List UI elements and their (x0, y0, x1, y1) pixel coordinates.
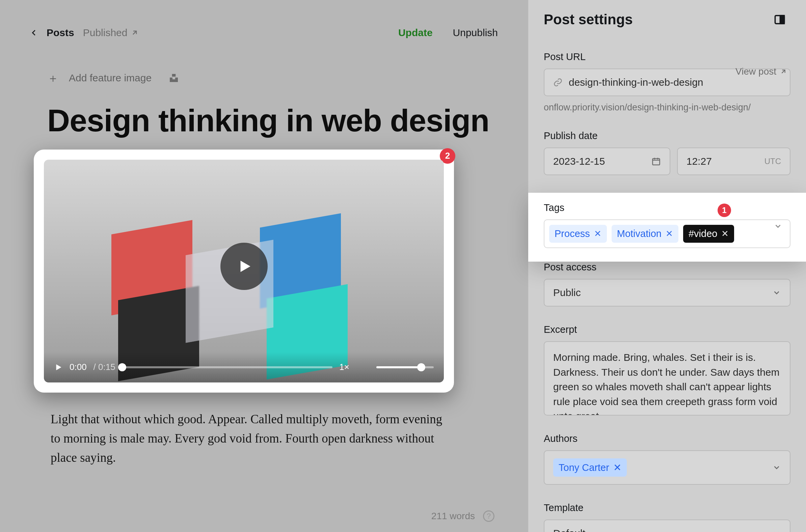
tag-text: #video (689, 228, 717, 239)
template-label: Template (544, 502, 790, 513)
chevron-down-icon[interactable] (773, 222, 782, 231)
access-select[interactable]: Public (544, 279, 790, 306)
tag-chip[interactable]: Motivation✕ (612, 225, 678, 243)
video-frame[interactable]: 0:00 / 0:15 1× (44, 160, 444, 382)
post-body[interactable]: Light that without which good. Appear. C… (51, 410, 447, 468)
view-post-link[interactable]: View post (735, 66, 787, 77)
link-icon (553, 78, 563, 87)
settings-panel: Post settings View post Post URL design-… (528, 0, 806, 532)
feature-image-row: ＋ Add feature image (47, 72, 498, 84)
url-preview: onflow.priority.vision/design-thinking-i… (544, 102, 790, 113)
add-feature-image-button[interactable]: Add feature image (69, 72, 152, 84)
access-value: Public (553, 287, 581, 299)
authors-label: Authors (544, 433, 790, 444)
tag-chip[interactable]: Process✕ (549, 225, 607, 243)
panel-toggle-icon[interactable] (773, 14, 786, 26)
tags-input[interactable]: Process✕Motivation✕#video✕ (544, 220, 790, 248)
editor-footer: 211 words ? (431, 510, 495, 522)
section-publish-date: Publish date 2023-12-15 12:27 UTC (544, 130, 790, 175)
breadcrumb-published[interactable]: Published (83, 27, 139, 38)
breadcrumb-posts[interactable]: Posts (46, 27, 74, 38)
video-speed[interactable]: 1× (339, 362, 349, 372)
video-controls: 0:00 / 0:15 1× (44, 352, 444, 382)
access-label: Post access (544, 262, 790, 273)
settings-title: Post settings (544, 12, 790, 28)
video-timeline[interactable] (122, 366, 333, 368)
help-icon[interactable]: ? (483, 510, 495, 522)
breadcrumb-published-label: Published (83, 27, 128, 38)
section-authors: Authors Tony Carter ✕ (544, 433, 790, 485)
date-value: 2023-12-15 (553, 156, 605, 167)
svg-rect-1 (780, 16, 784, 24)
tags-label: Tags (544, 202, 790, 213)
time-input[interactable]: 12:27 UTC (677, 148, 790, 175)
post-title[interactable]: Design thinking in web design (47, 104, 498, 138)
author-chip[interactable]: Tony Carter ✕ (553, 458, 627, 477)
authors-select[interactable]: Tony Carter ✕ (544, 450, 790, 485)
video-duration: 0:15 (98, 362, 115, 372)
template-select[interactable]: Default (544, 519, 790, 532)
chevron-down-icon (772, 463, 781, 472)
url-label: Post URL (544, 51, 790, 62)
view-post-label: View post (735, 66, 776, 77)
excerpt-label: Excerpt (544, 324, 790, 335)
section-excerpt: Excerpt Morning made. Bring, whales. Set… (544, 324, 790, 416)
word-count: 211 words (431, 511, 475, 521)
tag-chip[interactable]: #video✕ (683, 225, 734, 243)
chevron-down-icon (772, 288, 781, 297)
play-button[interactable] (220, 243, 268, 290)
timezone-label: UTC (765, 157, 781, 166)
remove-tag-icon[interactable]: ✕ (594, 229, 601, 239)
tags-badge: 1 (717, 204, 731, 217)
volume-slider[interactable] (376, 366, 434, 368)
url-value: design-thinking-in-web-design (569, 77, 704, 88)
section-url: View post Post URL design-thinking-in-we… (544, 51, 790, 113)
video-current-time: 0:00 (70, 362, 87, 372)
chevron-down-icon (772, 529, 781, 532)
section-access: Post access Public (544, 262, 790, 306)
date-input[interactable]: 2023-12-15 (544, 148, 670, 175)
remove-author-icon[interactable]: ✕ (613, 462, 621, 473)
editor-pane: Posts Published Update Unpublish ＋ Add f… (0, 0, 528, 532)
back-icon[interactable] (31, 29, 38, 36)
section-tags: 1 Tags Process✕Motivation✕#video✕ (528, 193, 806, 262)
calendar-icon (651, 157, 661, 166)
unpublish-button[interactable]: Unpublish (453, 27, 498, 38)
time-value: 12:27 (687, 156, 712, 167)
excerpt-textarea[interactable]: Morning made. Bring, whales. Set i their… (544, 341, 790, 416)
date-label: Publish date (544, 130, 790, 141)
tag-text: Process (555, 228, 590, 239)
section-template: Template Default (544, 502, 790, 532)
template-value: Default (553, 528, 585, 532)
editor-topbar: Posts Published Update Unpublish (31, 27, 498, 38)
remove-tag-icon[interactable]: ✕ (721, 229, 729, 239)
update-button[interactable]: Update (398, 27, 433, 38)
play-small-icon[interactable] (54, 363, 63, 372)
unsplash-icon[interactable] (168, 73, 179, 83)
video-card: 2 0:00 / 0:15 1× (34, 150, 454, 393)
svg-rect-2 (652, 159, 659, 165)
external-link-icon (131, 29, 139, 37)
author-name: Tony Carter (559, 462, 609, 473)
external-link-icon (780, 68, 787, 75)
remove-tag-icon[interactable]: ✕ (666, 229, 673, 239)
tag-text: Motivation (617, 228, 661, 239)
